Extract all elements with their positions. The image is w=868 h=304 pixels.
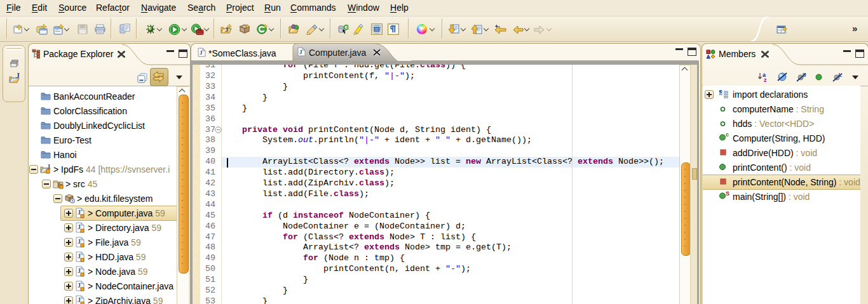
svg-text:J: J	[78, 223, 81, 230]
svg-text:J: J	[299, 49, 302, 55]
svg-text:J: J	[78, 209, 81, 216]
svg-text:c: c	[726, 133, 729, 138]
svg-text:J: J	[78, 282, 81, 289]
svg-text:J: J	[200, 50, 203, 56]
svg-text:J: J	[16, 72, 20, 80]
svg-text:S: S	[726, 191, 729, 197]
svg-text:J: J	[78, 238, 81, 245]
svg-text:J: J	[78, 253, 81, 260]
svg-text:z: z	[764, 77, 767, 83]
svg-text:J: J	[78, 296, 81, 303]
svg-text:J: J	[78, 267, 81, 274]
